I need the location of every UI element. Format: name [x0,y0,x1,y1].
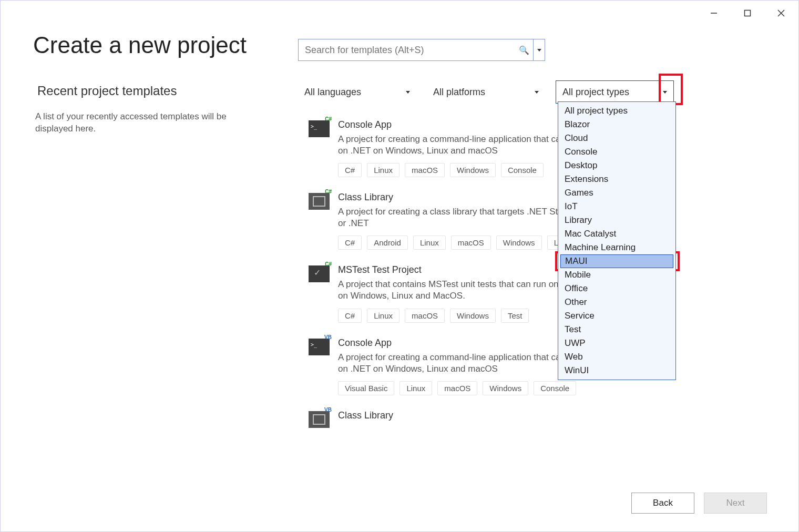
maximize-button[interactable] [740,7,755,19]
svg-rect-1 [745,11,751,16]
project-type-option[interactable]: Mac Catalyst [558,227,675,241]
back-button[interactable]: Back [631,493,694,514]
template-tag: macOS [405,163,445,177]
template-tags: C#AndroidLinuxmacOSWindowsLibrary [338,236,592,250]
project-type-option[interactable]: Games [558,186,675,200]
template-tag: Linux [367,309,400,323]
template-tag: Android [367,236,408,250]
project-type-option[interactable]: Web [558,350,675,364]
close-button[interactable] [773,7,789,19]
project-type-option[interactable]: IoT [558,200,675,213]
project-type-option[interactable]: WinUI [558,364,675,377]
template-icon: C# [309,193,330,210]
template-name: Console App [338,337,592,349]
project-type-option[interactable]: UWP [558,336,675,350]
project-type-option[interactable]: Other [558,295,675,309]
template-tag: Linux [400,381,432,395]
template-tag: macOS [437,381,477,395]
language-badge: C# [324,116,333,122]
template-description: A project for creating a class library t… [338,206,592,229]
template-tag: macOS [451,236,491,250]
chevron-down-icon [406,91,410,94]
project-type-option[interactable]: Mobile [558,268,675,282]
chevron-down-icon [663,91,667,94]
project-type-filter-label: All project types [562,87,629,98]
language-badge: VB [323,407,333,413]
language-badge: C# [324,261,333,267]
template-name: Class Library [338,410,592,421]
platform-filter[interactable]: All platforms [427,80,545,104]
template-tag: Windows [483,381,528,395]
template-name: Console App [338,119,592,130]
template-tag: Linux [367,163,400,177]
search-dropdown-button[interactable] [534,39,545,61]
template-item[interactable]: C#Class LibraryA project for creating a … [309,192,592,250]
template-item[interactable]: C#MSTest Test ProjectA project that cont… [309,264,592,322]
project-type-option[interactable]: Blazor [558,118,675,131]
template-tag: Console [534,381,576,395]
project-type-filter[interactable]: All project types [556,80,674,104]
template-tag: Windows [496,236,542,250]
template-tag: Test [501,309,529,323]
project-type-option[interactable]: Test [558,323,675,336]
project-type-option[interactable]: Cloud [558,131,675,145]
project-type-option[interactable]: MAUI [560,254,673,268]
recent-templates-text: A list of your recently accessed templat… [35,111,235,135]
language-badge: VB [323,334,333,340]
search-input[interactable] [298,39,534,61]
template-tag: Linux [413,236,446,250]
project-type-option[interactable]: Library [558,213,675,227]
template-tag: macOS [405,309,445,323]
template-icon: VB [309,339,330,355]
template-icon: C# [309,265,330,282]
template-tag: Console [501,163,544,177]
template-icon: VB [309,411,330,428]
minimize-button[interactable] [706,7,722,19]
platform-filter-label: All platforms [433,87,485,98]
template-description: A project for creating a command-line ap… [338,134,592,157]
template-tag: Windows [450,163,496,177]
chevron-down-icon [537,49,541,52]
template-tag: C# [338,309,362,323]
chevron-down-icon [535,91,539,94]
template-name: Class Library [338,192,592,203]
next-button[interactable]: Next [704,493,767,514]
template-list: C#Console AppA project for creating a co… [309,119,592,428]
project-type-option[interactable]: All project types [558,104,675,118]
project-type-option[interactable]: Console [558,145,675,159]
template-tags: C#LinuxmacOSWindowsConsole [338,163,592,177]
template-tag: Visual Basic [338,381,394,395]
template-tag: Windows [450,309,496,323]
template-item[interactable]: VBConsole AppA project for creating a co… [309,337,592,395]
project-type-option[interactable]: Desktop [558,159,675,172]
template-tags: C#LinuxmacOSWindowsTest [338,309,592,323]
template-tags: Visual BasicLinuxmacOSWindowsConsole [338,381,592,395]
language-filter[interactable]: All languages [298,80,416,104]
search-container: 🔍 [298,39,545,61]
page-title: Create a new project [33,32,247,58]
project-type-option[interactable]: Machine Learning [558,241,675,254]
template-icon: C# [309,120,330,137]
recent-templates-heading: Recent project templates [37,84,177,98]
template-description: A project that contains MSTest unit test… [338,279,592,302]
project-type-dropdown[interactable]: All project typesBlazorCloudConsoleDeskt… [558,101,676,380]
template-tag: C# [338,163,362,177]
project-type-option[interactable]: Service [558,309,675,323]
template-name: MSTest Test Project [338,264,592,275]
language-badge: C# [324,189,333,195]
template-tag: C# [338,236,362,250]
template-description: A project for creating a command-line ap… [338,352,592,375]
language-filter-label: All languages [304,87,361,98]
template-item[interactable]: C#Console AppA project for creating a co… [309,119,592,177]
project-type-option[interactable]: Extensions [558,172,675,186]
template-item[interactable]: VBClass Library [309,410,592,428]
project-type-option[interactable]: Office [558,282,675,295]
